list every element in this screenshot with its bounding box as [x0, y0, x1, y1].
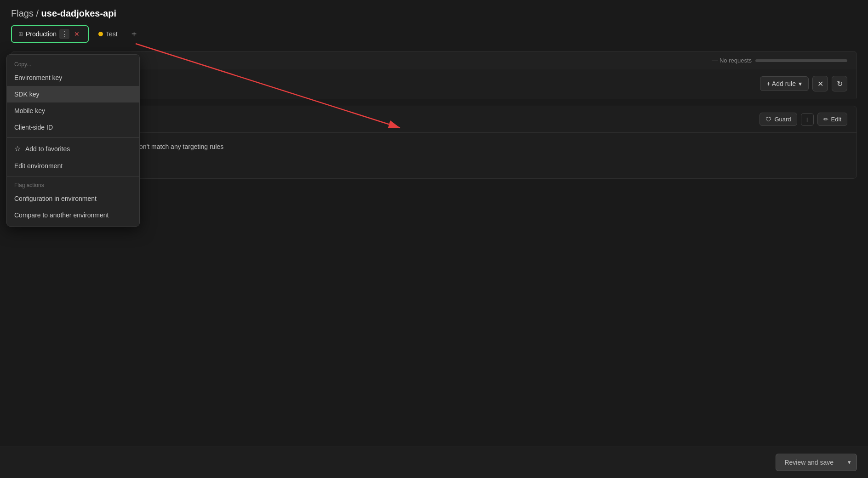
refresh-icon: ↻	[837, 80, 843, 88]
refresh-icon-btn[interactable]: ↻	[832, 76, 847, 91]
breadcrumb: Flags / use-dadjokes-api	[11, 8, 116, 19]
add-tab-button[interactable]: +	[127, 27, 141, 41]
dropdown-item-env-key[interactable]: Environment key	[7, 69, 139, 86]
close-icon-btn[interactable]: ✕	[812, 76, 828, 91]
serve-line: Serve ◆ Enabled	[23, 157, 845, 169]
config-in-env-label: Configuration in environment	[14, 195, 97, 202]
add-rule-label: + Add rule	[767, 80, 796, 87]
dropdown-item-add-favorites[interactable]: ☆ Add to favorites	[7, 140, 139, 158]
breadcrumb-prefix: Flags /	[11, 8, 41, 18]
no-requests-label: — No requests	[712, 57, 847, 64]
guard-button[interactable]: 🛡 Guard	[760, 113, 797, 126]
dropdown-item-mobile-key[interactable]: Mobile key	[7, 102, 139, 119]
plus-icon: +	[131, 29, 137, 40]
edit-label: Edit	[831, 116, 841, 123]
info-button[interactable]: i	[801, 113, 814, 126]
flag-actions-label: Flag actions	[7, 178, 139, 190]
edit-pencil-icon: ✏	[823, 116, 828, 123]
client-side-id-label: Client-side ID	[14, 124, 53, 131]
default-rule-actions: 🛡 Guard i ✏ Edit	[760, 113, 847, 126]
close-icon: ✕	[817, 80, 823, 88]
copy-section-label: Copy...	[7, 57, 139, 69]
shield-icon: 🛡	[765, 116, 771, 123]
guard-label: Guard	[774, 116, 791, 123]
review-save-button[interactable]: Review and save ▾	[776, 454, 857, 471]
env-key-label: Environment key	[14, 74, 62, 81]
grid-icon: ⊞	[18, 31, 23, 37]
divider-2	[7, 176, 139, 176]
mobile-key-label: Mobile key	[14, 107, 45, 114]
divider-1	[7, 137, 139, 138]
tab-test-dot	[98, 32, 103, 36]
edit-button[interactable]: ✏ Edit	[817, 113, 847, 126]
review-save-chevron-icon[interactable]: ▾	[842, 454, 857, 470]
tab-close-button[interactable]: ✕	[72, 29, 81, 39]
page-header: Flags / use-dadjokes-api	[0, 0, 868, 25]
dropdown-item-compare-env[interactable]: Compare to another environment	[7, 207, 139, 223]
dropdown-item-sdk-key[interactable]: SDK key	[7, 86, 139, 102]
bottom-bar: Review and save ▾	[0, 446, 868, 478]
sdk-key-label: SDK key	[14, 91, 39, 98]
dropdown-item-edit-environment[interactable]: Edit environment	[7, 158, 139, 174]
add-to-favorites-label: Add to favorites	[25, 145, 70, 153]
flag-name: use-dadjokes-api	[41, 8, 116, 18]
add-rule-button[interactable]: + Add rule ▾	[760, 76, 809, 91]
tab-test-label: Test	[106, 30, 118, 38]
tab-test[interactable]: Test	[91, 27, 125, 41]
tab-production[interactable]: ⊞ Production ⋮ ✕	[11, 25, 89, 43]
dropdown-menu: Copy... Environment key SDK key Mobile k…	[6, 54, 140, 227]
dropdown-item-config-in-env[interactable]: Configuration in environment	[7, 190, 139, 207]
star-icon: ☆	[14, 144, 21, 153]
targeting-line: When targeting is On and contexts don't …	[23, 142, 845, 151]
edit-environment-label: Edit environment	[14, 162, 63, 170]
compare-env-label: Compare to another environment	[14, 211, 108, 219]
review-save-label[interactable]: Review and save	[776, 454, 842, 471]
info-icon: i	[806, 116, 808, 123]
no-requests-text: — No requests	[712, 57, 752, 64]
tab-production-label: Production	[26, 30, 57, 38]
tabs-bar: ⊞ Production ⋮ ✕ Test +	[0, 25, 868, 43]
dropdown-item-client-side-id[interactable]: Client-side ID	[7, 119, 139, 136]
no-requests-graph	[755, 59, 847, 62]
tab-more-button[interactable]: ⋮	[59, 29, 69, 39]
add-rule-chevron: ▾	[799, 80, 802, 87]
